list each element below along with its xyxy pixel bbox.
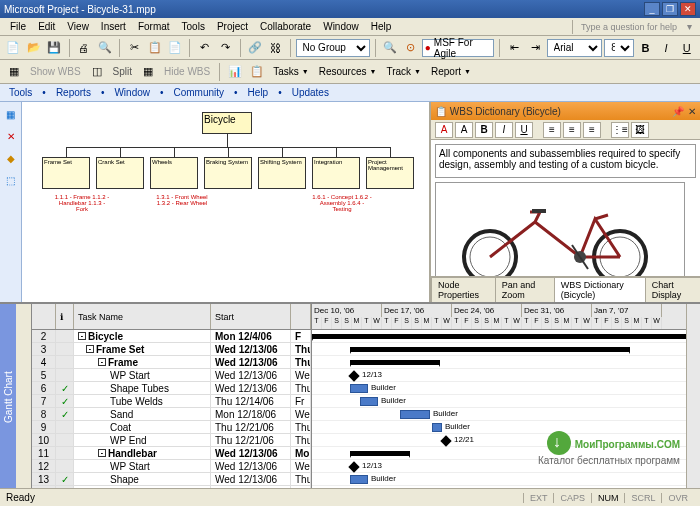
task-row[interactable]: 13✓ShapeWed 12/13/06Thu (32, 473, 311, 486)
wbs-child-node[interactable]: Integration (312, 157, 360, 189)
bold-button[interactable]: B (636, 38, 655, 58)
maximize-button[interactable]: ❐ (662, 2, 678, 16)
wbs-child-node[interactable]: Braking System (204, 157, 252, 189)
group-select[interactable]: No Group (296, 39, 370, 57)
menu-tools[interactable]: Tools (176, 19, 211, 34)
milestone-marker[interactable] (348, 370, 359, 381)
zoom-button[interactable]: 🔍 (381, 38, 400, 58)
view-icon[interactable]: 📋 (247, 62, 267, 82)
sec-help[interactable]: Help (245, 87, 272, 98)
show-wbs-button[interactable]: Show WBS (26, 64, 85, 79)
summary-bar[interactable] (312, 334, 686, 339)
italic-button[interactable]: I (657, 38, 676, 58)
menu-collaborate[interactable]: Collaborate (254, 19, 317, 34)
summary-bar[interactable] (350, 347, 630, 352)
tab-node-properties[interactable]: Node Properties (431, 277, 496, 302)
tab-pan-zoom[interactable]: Pan and Zoom (495, 277, 555, 302)
task-bar[interactable] (432, 423, 442, 432)
font-color-button[interactable]: A (435, 122, 453, 138)
menu-window[interactable]: Window (317, 19, 365, 34)
align-center-button[interactable]: ≡ (563, 122, 581, 138)
split-icon[interactable]: ◫ (87, 62, 107, 82)
task-row[interactable]: 2-BicycleMon 12/4/06F (32, 330, 311, 343)
align-right-button[interactable]: ≡ (583, 122, 601, 138)
cut-button[interactable]: ✂ (125, 38, 144, 58)
font-size-select[interactable]: 8 (604, 39, 634, 57)
font-select[interactable]: Arial (547, 39, 603, 57)
menu-project[interactable]: Project (211, 19, 254, 34)
open-button[interactable]: 📂 (25, 38, 44, 58)
print-button[interactable]: 🖨 (75, 38, 94, 58)
outdent-button[interactable]: ⇤ (505, 38, 524, 58)
tab-chart-display[interactable]: Chart Display (645, 277, 700, 302)
bold-button[interactable]: B (475, 122, 493, 138)
menu-file[interactable]: File (4, 19, 32, 34)
task-bar[interactable] (400, 410, 430, 419)
split-button[interactable]: Split (109, 64, 136, 79)
template-display[interactable]: ●MSF For Agile (422, 39, 495, 57)
header-task-name[interactable]: Task Name (74, 304, 211, 329)
menu-edit[interactable]: Edit (32, 19, 61, 34)
wbs-child-node[interactable]: Wheels (150, 157, 198, 189)
gantt-side-label[interactable]: Gantt Chart (0, 304, 16, 490)
new-button[interactable]: 📄 (4, 38, 23, 58)
wbs-child-node[interactable]: Crank Set (96, 157, 144, 189)
hide-wbs-button[interactable]: Hide WBS (160, 64, 214, 79)
image-button[interactable]: 🖼 (631, 122, 649, 138)
task-row[interactable]: 5WP StartWed 12/13/06We (32, 369, 311, 382)
close-icon[interactable]: ✕ (688, 106, 696, 117)
paste-button[interactable]: 📄 (166, 38, 185, 58)
tool-icon[interactable]: ✕ (3, 128, 19, 144)
pin-icon[interactable]: 📌 (672, 106, 684, 117)
sec-community[interactable]: Community (171, 87, 228, 98)
task-row[interactable]: 12WP StartWed 12/13/06We (32, 460, 311, 473)
dict-text-content[interactable]: All components and subassemblies require… (435, 144, 696, 178)
tool-icon[interactable]: ⬚ (3, 172, 19, 188)
task-row[interactable]: 11-HandlebarWed 12/13/06Mor (32, 447, 311, 460)
task-bar[interactable] (360, 397, 378, 406)
sec-window[interactable]: Window (111, 87, 153, 98)
summary-bar[interactable] (350, 360, 440, 365)
scrollbar-vertical[interactable] (686, 304, 700, 490)
minimize-button[interactable]: _ (644, 2, 660, 16)
unlink-button[interactable]: ⛓ (266, 38, 285, 58)
save-button[interactable]: 💾 (45, 38, 64, 58)
track-dropdown[interactable]: Track▼ (382, 64, 425, 79)
task-row[interactable]: 4-FrameWed 12/13/06Thu (32, 356, 311, 369)
font-button[interactable]: A (455, 122, 473, 138)
menu-insert[interactable]: Insert (95, 19, 132, 34)
link-button[interactable]: 🔗 (245, 38, 264, 58)
help-search-input[interactable]: Type a question for help (572, 20, 683, 34)
tool-icon[interactable]: ▦ (3, 106, 19, 122)
menu-help[interactable]: Help (365, 19, 398, 34)
task-row[interactable]: 7✓Tube WeldsThu 12/14/06Fr (32, 395, 311, 408)
generic-icon[interactable]: ▦ (4, 62, 24, 82)
italic-button[interactable]: I (495, 122, 513, 138)
milestone-marker[interactable] (348, 461, 359, 472)
bullets-button[interactable]: ⋮≡ (611, 122, 629, 138)
menu-view[interactable]: View (61, 19, 95, 34)
task-row[interactable]: 8✓SandMon 12/18/06We (32, 408, 311, 421)
help-button[interactable]: ⊙ (401, 38, 420, 58)
wbs-root-node[interactable]: Bicycle (202, 112, 252, 134)
sec-reports[interactable]: Reports (53, 87, 94, 98)
task-row[interactable]: 10WP EndThu 12/21/06Thu (32, 434, 311, 447)
menu-format[interactable]: Format (132, 19, 176, 34)
task-row[interactable]: 3-Frame SetWed 12/13/06Thu (32, 343, 311, 356)
underline-button[interactable]: U (677, 38, 696, 58)
align-left-button[interactable]: ≡ (543, 122, 561, 138)
wbs-diagram[interactable]: Bicycle Frame SetCrank SetWheelsBraking … (22, 102, 430, 302)
view-icon[interactable]: 📊 (225, 62, 245, 82)
generic-icon[interactable]: ▦ (138, 62, 158, 82)
print-preview-button[interactable]: 🔍 (95, 38, 114, 58)
sec-updates[interactable]: Updates (289, 87, 332, 98)
gantt-chart[interactable]: Dec 10, '06Dec 17, '06Dec 24, '06Dec 31,… (312, 304, 686, 490)
sec-tools[interactable]: Tools (6, 87, 35, 98)
summary-bar[interactable] (350, 451, 410, 456)
wbs-child-node[interactable]: Project Management (366, 157, 414, 189)
task-bar[interactable] (350, 475, 368, 484)
task-row[interactable]: 6✓Shape TubesWed 12/13/06Thu (32, 382, 311, 395)
tab-wbs-dictionary[interactable]: WBS Dictionary (Bicycle) (554, 277, 646, 302)
undo-button[interactable]: ↶ (195, 38, 214, 58)
underline-button[interactable]: U (515, 122, 533, 138)
